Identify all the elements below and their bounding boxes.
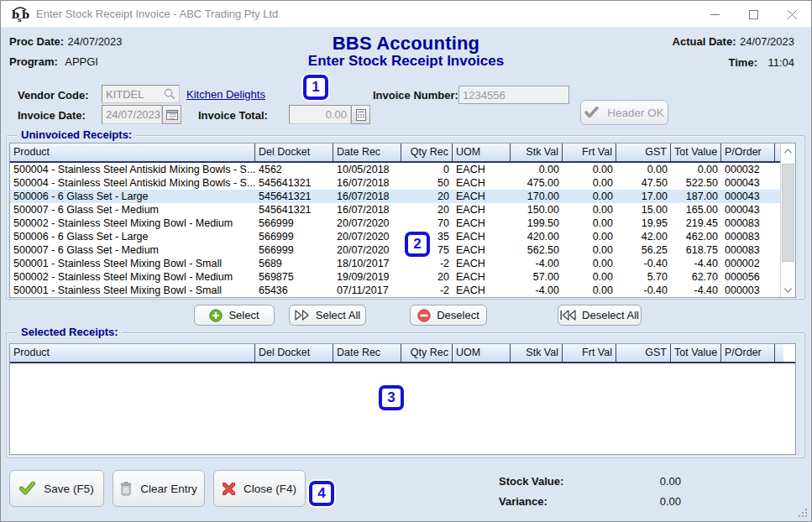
maximize-button[interactable] bbox=[734, 1, 773, 28]
double-right-arrow-icon bbox=[295, 310, 310, 321]
scroll-down-arrow[interactable] bbox=[781, 283, 795, 297]
time-value: 11:04 bbox=[767, 56, 794, 69]
table-cell: EACH bbox=[453, 203, 511, 217]
column-header-p-order[interactable]: P/Order bbox=[721, 144, 775, 161]
table-cell: 18/10/2017 bbox=[333, 257, 401, 270]
table-row[interactable]: 500006 - 6 Glass Set - Large56699920/07/… bbox=[10, 230, 780, 243]
column-header-del-docket[interactable]: Del Docket bbox=[255, 344, 333, 362]
column-header-product[interactable]: Product bbox=[10, 344, 255, 362]
column-header-frt-val[interactable]: Frt Val bbox=[563, 144, 616, 161]
invoice-date-input[interactable]: 24/07/2023 bbox=[102, 105, 162, 124]
table-cell: 500001 - Stainless Steel Mixing Bowl - S… bbox=[10, 284, 255, 297]
table-row[interactable]: 500002 - Stainless Steel Mixing Bowl - M… bbox=[10, 270, 780, 284]
table-row[interactable]: 500001 - Stainless Steel Mixing Bowl - S… bbox=[10, 284, 780, 297]
table-cell: 500007 - 6 Glass Set - Medium bbox=[10, 243, 255, 257]
vendor-name-link[interactable]: Kitchen Delights bbox=[186, 88, 265, 101]
select-button[interactable]: Select bbox=[194, 305, 275, 326]
table-cell: -2 bbox=[401, 257, 453, 270]
double-left-arrow-icon bbox=[560, 310, 576, 321]
search-icon[interactable] bbox=[164, 88, 175, 100]
deselect-button[interactable]: Deselect bbox=[410, 305, 487, 326]
table-row[interactable]: 500007 - 6 Glass Set - Medium56699920/07… bbox=[10, 243, 780, 257]
resize-grip-icon[interactable] bbox=[798, 508, 808, 518]
header-ok-button[interactable]: Header OK bbox=[580, 100, 668, 125]
table-row[interactable]: 500006 - 6 Glass Set - Large54564132116/… bbox=[10, 190, 780, 203]
column-header-del-docket[interactable]: Del Docket bbox=[255, 144, 333, 161]
scroll-thumb[interactable] bbox=[782, 164, 794, 262]
table-cell: EACH bbox=[453, 230, 511, 243]
invoice-date-label: Invoice Date: bbox=[18, 109, 86, 122]
select-all-label: Select All bbox=[316, 309, 360, 321]
variance-amount: 0.00 bbox=[622, 495, 681, 508]
table-cell: 16/07/2018 bbox=[333, 176, 401, 190]
table-cell: 165.00 bbox=[671, 203, 721, 217]
column-header-uom[interactable]: UOM bbox=[453, 344, 511, 362]
table-cell: 500002 - Stainless Steel Mixing Bowl - M… bbox=[10, 270, 255, 284]
table-cell: 0.00 bbox=[671, 163, 721, 176]
deselect-all-button[interactable]: Deselect All bbox=[558, 305, 642, 326]
table-row[interactable]: 500004 - Stainless Steel Antiskid Mixing… bbox=[10, 176, 780, 190]
column-header-gst[interactable]: GST bbox=[616, 344, 671, 362]
table-cell: EACH bbox=[453, 217, 511, 230]
column-header-stk-val[interactable]: Stk Val bbox=[511, 344, 563, 362]
column-header-qty-rec[interactable]: Qty Rec bbox=[401, 144, 453, 161]
column-header-qty-rec[interactable]: Qty Rec bbox=[401, 344, 453, 362]
select-all-button[interactable]: Select All bbox=[289, 305, 366, 326]
close-window-button[interactable] bbox=[773, 1, 811, 28]
table-cell: 545641321 bbox=[255, 176, 333, 190]
minimize-button[interactable] bbox=[695, 1, 734, 28]
table-cell: 0.00 bbox=[563, 203, 616, 217]
table-cell: EACH bbox=[453, 270, 511, 284]
invoice-number-input[interactable]: 1234556 bbox=[458, 86, 569, 104]
table-cell: 42.00 bbox=[616, 230, 671, 243]
table-cell: 20 bbox=[401, 203, 453, 217]
column-header-tot-value[interactable]: Tot Value bbox=[671, 344, 721, 362]
column-header-date-rec[interactable]: Date Rec bbox=[333, 144, 401, 161]
column-header-uom[interactable]: UOM bbox=[453, 144, 511, 161]
table-cell: 70 bbox=[401, 217, 453, 230]
table-row[interactable]: 500001 - Stainless Steel Mixing Bowl - S… bbox=[10, 257, 780, 270]
uninvoiced-scrollbar[interactable] bbox=[780, 144, 795, 297]
table-cell: 07/11/2017 bbox=[333, 284, 401, 297]
table-cell: 500002 - Stainless Steel Mixing Bowl - M… bbox=[10, 217, 255, 230]
table-row[interactable]: 500004 - Stainless Steel Antiskid Mixing… bbox=[10, 163, 780, 176]
invoice-total-input[interactable]: 0.00 bbox=[289, 105, 351, 124]
calculator-button[interactable] bbox=[351, 105, 370, 124]
table-row[interactable]: 500002 - Stainless Steel Mixing Bowl - M… bbox=[10, 217, 780, 230]
table-cell: 0.00 bbox=[563, 243, 616, 257]
table-cell: 420.00 bbox=[511, 230, 563, 243]
clear-entry-button[interactable]: Clear Entry bbox=[113, 470, 205, 507]
close-label: Close (F4) bbox=[244, 483, 296, 495]
table-cell: 20/07/2020 bbox=[333, 243, 401, 257]
column-header-gst[interactable]: GST bbox=[616, 144, 671, 161]
calendar-button[interactable] bbox=[162, 105, 181, 124]
column-header-date-rec[interactable]: Date Rec bbox=[333, 344, 401, 362]
vendor-code-input[interactable]: KITDEL bbox=[102, 85, 180, 103]
deselect-label: Deselect bbox=[437, 309, 479, 321]
column-header-tot-value[interactable]: Tot Value bbox=[671, 144, 721, 161]
table-cell: 0.00 bbox=[563, 176, 616, 190]
column-header-product[interactable]: Product bbox=[10, 144, 255, 161]
table-cell: 20 bbox=[401, 270, 453, 284]
table-cell: 16/07/2018 bbox=[333, 190, 401, 203]
table-cell: -4.40 bbox=[671, 257, 721, 270]
table-cell: 20 bbox=[401, 190, 453, 203]
table-cell: 566999 bbox=[255, 217, 333, 230]
column-header-frt-val[interactable]: Frt Val bbox=[563, 344, 616, 362]
screen-title: Enter Stock Receipt Invoices bbox=[1, 53, 811, 70]
column-header-stk-val[interactable]: Stk Val bbox=[511, 144, 563, 161]
vendor-code-value: KITDEL bbox=[106, 88, 164, 101]
annotation-2: 2 bbox=[405, 232, 430, 257]
table-cell: 20/07/2020 bbox=[333, 230, 401, 243]
table-cell: 62.70 bbox=[671, 270, 721, 284]
save-button[interactable]: Save (F5) bbox=[9, 470, 104, 507]
column-header-p-order[interactable]: P/Order bbox=[721, 344, 775, 362]
close-button[interactable]: Close (F4) bbox=[213, 470, 306, 507]
table-cell: 475.00 bbox=[511, 176, 563, 190]
plus-circle-icon bbox=[209, 309, 223, 322]
table-cell: 19.95 bbox=[616, 217, 671, 230]
table-row[interactable]: 500007 - 6 Glass Set - Medium54564132116… bbox=[10, 203, 780, 217]
table-cell: -4.00 bbox=[511, 284, 563, 297]
scroll-up-arrow[interactable] bbox=[781, 144, 795, 158]
select-label: Select bbox=[228, 309, 259, 321]
